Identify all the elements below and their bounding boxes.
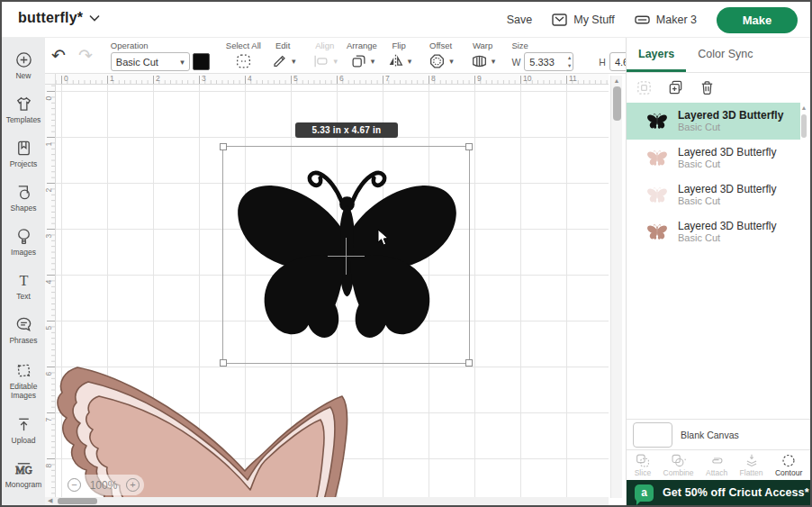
- slice-button[interactable]: Slice: [635, 453, 651, 477]
- scroll-left-arrow[interactable]: ◀: [48, 497, 52, 504]
- canvas-color-swatch[interactable]: [633, 422, 672, 448]
- sidebar-item-monogram[interactable]: MG Monogram: [2, 452, 45, 496]
- layer-row[interactable]: Layered 3D Butterfly Basic Cut: [627, 177, 800, 213]
- canvas-vertical-scrollbar[interactable]: ▲: [610, 76, 622, 498]
- align-icon[interactable]: [311, 52, 330, 70]
- sidebar-item-phrases[interactable]: Phrases: [2, 308, 45, 352]
- layer-row[interactable]: Layered 3D Butterfly Basic Cut: [627, 213, 800, 250]
- selection-handle-bottom-left[interactable]: [220, 359, 227, 367]
- layer-operation: Basic Cut: [678, 195, 776, 207]
- redo-button[interactable]: ↷: [72, 41, 99, 71]
- folder-icon: [552, 14, 567, 26]
- chevron-down-icon[interactable]: ▾: [408, 57, 412, 66]
- chevron-down-icon[interactable]: ▾: [492, 57, 496, 66]
- align-group: Align ▾: [307, 38, 342, 73]
- chevron-down-icon[interactable]: ▾: [292, 57, 296, 66]
- sidebar-item-images[interactable]: Images: [2, 220, 45, 264]
- chevron-down-icon[interactable]: ▾: [449, 57, 454, 66]
- vertical-scroll-thumb[interactable]: [613, 86, 621, 121]
- ruler-vertical: 012345678: [45, 85, 56, 498]
- chevron-down-icon: ▾: [180, 58, 185, 67]
- arrange-group: Arrange ▾: [342, 38, 382, 73]
- layer-ops-row: Slice Combine Attach Flatten Contour: [627, 449, 810, 480]
- duplicate-icon[interactable]: [667, 79, 684, 96]
- layer-row[interactable]: Layered 3D Butterfly Basic Cut: [627, 140, 800, 177]
- sidebar-item-editable-images[interactable]: Editable Images: [2, 352, 45, 408]
- group-icon[interactable]: [636, 79, 653, 96]
- width-stepper[interactable]: ▴▾: [568, 54, 571, 69]
- offset-group: Offset ▾: [423, 38, 458, 73]
- monogram-icon: MG: [14, 459, 33, 478]
- app-window: butterfly* Save My Stuff Maker 3 Make ↶ …: [0, 0, 812, 507]
- horizontal-scroll-thumb[interactable]: [58, 498, 97, 504]
- layer-list-scrollbar[interactable]: ▲: [799, 104, 808, 417]
- sidebar-item-text[interactable]: T Text: [2, 264, 45, 308]
- butterfly-thumbnail: [646, 186, 668, 204]
- header: butterfly* Save My Stuff Maker 3 Make: [2, 2, 810, 38]
- sidebar-item-templates[interactable]: Templates: [2, 87, 45, 131]
- arrange-icon[interactable]: [349, 52, 368, 70]
- layer-title: Layered 3D Butterfly: [678, 146, 776, 158]
- design-canvas[interactable]: 5.33 in x 4.67 in − 100% +: [56, 85, 609, 498]
- contour-button[interactable]: Contour: [775, 453, 802, 477]
- tshirt-icon: [14, 95, 33, 113]
- project-title-menu[interactable]: butterfly*: [18, 10, 100, 26]
- width-input[interactable]: [525, 54, 559, 71]
- layer-title: Layered 3D Butterfly: [678, 109, 783, 122]
- undo-button[interactable]: ↶: [45, 41, 72, 71]
- layer-scroll-thumb[interactable]: [801, 114, 807, 138]
- flatten-button[interactable]: Flatten: [740, 453, 763, 477]
- svg-text:MG: MG: [15, 465, 32, 475]
- cricut-logo: a: [635, 484, 654, 502]
- blank-canvas-label: Blank Canvas: [681, 430, 739, 440]
- color-swatch[interactable]: [193, 53, 210, 70]
- cricut-access-banner[interactable]: a Get 50% off Cricut Access*: [627, 480, 810, 505]
- tab-color-sync[interactable]: Color Sync: [686, 38, 764, 72]
- combine-button[interactable]: Combine: [663, 453, 694, 477]
- sidebar-item-new[interactable]: New: [2, 43, 45, 87]
- make-button[interactable]: Make: [717, 7, 798, 33]
- mouse-cursor: [377, 229, 390, 247]
- selection-handle-top-right[interactable]: [465, 143, 473, 150]
- paperclip-icon: [708, 453, 725, 468]
- zoom-in-button[interactable]: +: [126, 478, 140, 492]
- select-all-icon[interactable]: [234, 52, 253, 70]
- warp-icon[interactable]: [470, 52, 489, 70]
- scroll-up-arrow[interactable]: ▲: [611, 76, 622, 84]
- layer-row[interactable]: Layered 3D Butterfly Basic Cut: [627, 103, 800, 140]
- banner-text: Get 50% off Cricut Access*: [663, 486, 809, 499]
- my-stuff-button[interactable]: My Stuff: [552, 14, 615, 26]
- edit-toolbar: ↶ ↷ Operation Basic Cut ▾ Select All Edi…: [45, 38, 626, 74]
- chevron-down-icon[interactable]: ▾: [333, 57, 338, 66]
- shapes-icon: [14, 183, 33, 202]
- panel-tabs: Layers Color Sync: [627, 38, 810, 73]
- plus-circle-icon: [14, 50, 33, 69]
- contour-icon: [780, 453, 797, 468]
- pencil-icon[interactable]: [270, 52, 289, 70]
- sidebar-item-shapes[interactable]: Shapes: [2, 176, 45, 220]
- selection-handle-bottom-right[interactable]: [465, 359, 473, 367]
- scroll-up-arrow[interactable]: ▲: [799, 104, 808, 111]
- sidebar-item-upload[interactable]: Upload: [2, 408, 45, 452]
- selection-handle-top-left[interactable]: [220, 143, 227, 150]
- sidebar-item-projects[interactable]: Projects: [2, 131, 45, 176]
- offset-icon[interactable]: [428, 52, 447, 70]
- operation-select[interactable]: Basic Cut ▾: [111, 52, 190, 71]
- tab-layers[interactable]: Layers: [627, 38, 686, 72]
- canvas-horizontal-scrollbar[interactable]: ◀: [45, 497, 609, 505]
- attach-button[interactable]: Attach: [706, 453, 727, 477]
- blank-canvas-row: Blank Canvas: [627, 419, 810, 449]
- layer-operation: Basic Cut: [678, 158, 776, 170]
- zoom-control: − 100% +: [63, 475, 144, 495]
- selection-center-crosshair: [346, 238, 347, 275]
- flatten-icon: [744, 453, 760, 468]
- canvas-workspace: 01234567891011 012345678 5.33 in x 4.67 …: [45, 74, 626, 505]
- machine-select-button[interactable]: Maker 3: [635, 14, 697, 26]
- trash-icon[interactable]: [699, 79, 716, 96]
- speech-bubble-icon: [14, 315, 33, 334]
- save-button[interactable]: Save: [507, 14, 533, 26]
- flip-icon[interactable]: [386, 52, 405, 70]
- ruler-horizontal: 01234567891011: [56, 74, 609, 85]
- zoom-out-button[interactable]: −: [68, 478, 81, 492]
- chevron-down-icon[interactable]: ▾: [371, 57, 375, 66]
